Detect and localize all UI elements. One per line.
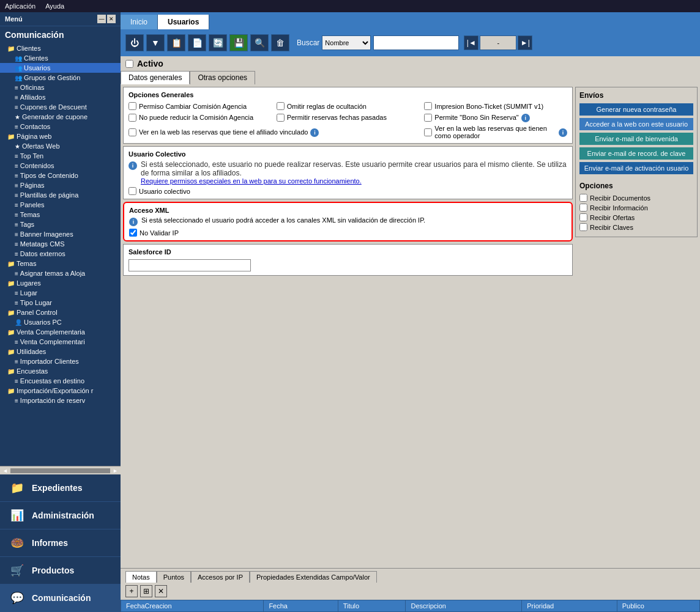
sidebar-item-encuestas-folder[interactable]: 📁 Encuestas: [0, 366, 121, 376]
sidebar-item-contenidos[interactable]: ≡ Contenidos: [0, 161, 121, 171]
folder-icon: 📁: [7, 45, 15, 52]
nav-expedientes[interactable]: 📁 Expedientes: [0, 474, 121, 502]
toolbar-filter-btn[interactable]: ▼: [146, 34, 165, 51]
cb-ver-web-operador[interactable]: [424, 128, 432, 136]
toolbar-search-btn[interactable]: 🔍: [250, 34, 269, 51]
toolbar-search-input[interactable]: [373, 35, 459, 50]
bottom-grid-btn[interactable]: ⊞: [140, 585, 152, 597]
bottom-add-btn[interactable]: +: [125, 585, 138, 597]
cb-impresion-bono[interactable]: [424, 102, 432, 110]
cb-permitir-reservas[interactable]: [277, 114, 285, 122]
cb-no-puede-reducir[interactable]: [128, 114, 136, 122]
bottom-tab-accesos-ip[interactable]: Accesos por IP: [191, 571, 250, 583]
salesforce-input[interactable]: [128, 259, 251, 271]
cb-no-validar-ip[interactable]: [129, 229, 137, 237]
sidebar-item-tipo-lugar[interactable]: ≡ Tipo Lugar: [0, 298, 121, 308]
sidebar-item-importacion-reserv[interactable]: ≡ Importación de reserv: [0, 396, 121, 405]
sidebar-item-grupos-gestion[interactable]: 👥 Grupos de Gestión: [0, 73, 121, 83]
btn-enviar-activacion[interactable]: Enviar e-mail de activación usuario: [579, 162, 693, 174]
sidebar-item-top-ten[interactable]: ≡ Top Ten: [0, 151, 121, 161]
sidebar-item-asignar-temas[interactable]: ≡ Asignar temas a Aloja: [0, 268, 121, 278]
sidebar-item-plantillas[interactable]: ≡ Plantillas de página: [0, 190, 121, 200]
toolbar-new-btn[interactable]: 📄: [188, 34, 206, 51]
menu-ayuda[interactable]: Ayuda: [45, 2, 64, 10]
cb-permiso-cambiar-label: Permiso Cambiar Comisión Agencia: [139, 103, 247, 110]
btn-generar-contrasena[interactable]: Generar nueva contraseña: [579, 103, 693, 116]
toolbar-save-btn[interactable]: 💾: [229, 34, 248, 51]
cb-recibir-informacion[interactable]: [579, 204, 587, 212]
tab-inicio[interactable]: Inicio: [121, 15, 158, 29]
tab-usuarios[interactable]: Usuarios: [158, 15, 209, 29]
sidebar-item-cupones[interactable]: ≡ Cupones de Descuent: [0, 102, 121, 112]
scroll-left-btn[interactable]: ◄: [2, 468, 8, 474]
sidebar-item-generador-cupone[interactable]: ★ Generador de cupone: [0, 112, 121, 122]
sidebar-item-clientes[interactable]: 👥 Clientes: [0, 53, 121, 63]
scrollbar-track[interactable]: [10, 468, 110, 473]
toolbar-nav-last[interactable]: ►|: [518, 35, 532, 50]
bottom-remove-btn[interactable]: ✕: [155, 585, 167, 597]
sidebar-item-importador-clientes[interactable]: ≡ Importador Clientes: [0, 356, 121, 366]
sidebar-item-paginas[interactable]: ≡ Páginas: [0, 180, 121, 190]
cb-recibir-ofertas[interactable]: [579, 213, 587, 221]
sidebar-item-ofertas-web[interactable]: ★ Ofertas Web: [0, 141, 121, 151]
cb-omitir-reglas[interactable]: [277, 102, 285, 110]
menu-aplicacion[interactable]: Aplicación: [5, 2, 35, 10]
sidebar-minimize-btn[interactable]: —: [97, 15, 106, 23]
toolbar-refresh-btn[interactable]: 🔄: [209, 34, 227, 51]
nav-informes[interactable]: 🍩 Informes: [0, 529, 121, 557]
sidebar-item-panel-control-folder[interactable]: 📁 Panel Control: [0, 308, 121, 317]
sidebar-item-metatags[interactable]: ≡ Metatags CMS: [0, 239, 121, 249]
toolbar-nav-range: -: [480, 35, 516, 50]
scroll-right-btn[interactable]: ►: [113, 468, 118, 474]
inner-tab-otras-opciones[interactable]: Otras opciones: [190, 71, 255, 84]
nav-productos[interactable]: 🛒 Productos: [0, 557, 121, 584]
sidebar-item-venta-complementari[interactable]: ≡ Venta Complementari: [0, 337, 121, 347]
bottom-tab-propiedades[interactable]: Propiedades Extendidas Campo/Valor: [250, 571, 377, 583]
sidebar-item-importacion-folder[interactable]: 📁 Importación/Exportación r: [0, 386, 121, 396]
toolbar-delete-btn[interactable]: 🗑: [271, 34, 289, 51]
col-prioridad: Prioridad: [522, 600, 617, 612]
sidebar-item-afiliados[interactable]: ≡ Afiliados: [0, 92, 121, 102]
sidebar-item-temas-folder[interactable]: 📁 Temas: [0, 259, 121, 268]
sidebar-item-temas-web[interactable]: ≡ Temas: [0, 210, 121, 219]
uc-require-link[interactable]: Requiere permisos especiales en la web p…: [141, 177, 362, 185]
cb-recibir-claves[interactable]: [579, 223, 587, 231]
sidebar-item-pagina-web-folder[interactable]: 📁 Página web: [0, 131, 121, 141]
toolbar-power-btn[interactable]: ⏻: [125, 34, 144, 51]
cb-bono-sin-reserva[interactable]: [424, 114, 432, 122]
sidebar-header: Menú — ✕: [0, 12, 121, 26]
sidebar-item-tipos-contenido[interactable]: ≡ Tipos de Contenido: [0, 171, 121, 180]
sidebar-item-lugar[interactable]: ≡ Lugar: [0, 288, 121, 298]
btn-enviar-record-clave[interactable]: Enviar e-mail de record. de clave: [579, 147, 693, 160]
btn-acceder-web[interactable]: Acceder a la web con este usuario: [579, 118, 693, 130]
col-publico: Publico: [617, 600, 699, 612]
toolbar-search-select[interactable]: Nombre: [322, 35, 371, 50]
sidebar-close-btn[interactable]: ✕: [107, 15, 116, 23]
nav-comunicacion[interactable]: 💬 Comunicación: [0, 584, 121, 612]
sidebar-item-banner[interactable]: ≡ Banner Imagenes: [0, 229, 121, 239]
sidebar-item-contactos[interactable]: ≡ Contactos: [0, 122, 121, 131]
sidebar-item-usuarios-pc[interactable]: 👤 Usuarios PC: [0, 317, 121, 327]
cb-ver-web-afiliado[interactable]: [128, 128, 136, 136]
sidebar-item-usuarios[interactable]: 👥 Usuarios: [0, 63, 121, 73]
sidebar-item-datos-externos[interactable]: ≡ Datos externos: [0, 249, 121, 259]
sidebar-item-tags[interactable]: ≡ Tags: [0, 219, 121, 229]
sidebar-item-clientes-folder[interactable]: 📁 Clientes: [0, 43, 121, 53]
sidebar-item-paneles[interactable]: ≡ Paneles: [0, 200, 121, 210]
toolbar-nav-first[interactable]: |◄: [464, 35, 478, 50]
sidebar-item-oficinas[interactable]: ≡ Oficinas: [0, 83, 121, 92]
cb-recibir-documentos[interactable]: [579, 194, 587, 202]
cb-permiso-cambiar[interactable]: [128, 102, 136, 110]
cb-usuario-colectivo[interactable]: [128, 187, 136, 195]
bottom-tab-notas[interactable]: Notas: [125, 571, 157, 583]
toolbar-copy-btn[interactable]: 📋: [167, 34, 185, 51]
bottom-tab-puntos[interactable]: Puntos: [157, 571, 191, 583]
nav-administracion[interactable]: 📊 Administración: [0, 502, 121, 529]
active-checkbox[interactable]: [125, 60, 133, 68]
inner-tab-datos-generales[interactable]: Datos generales: [121, 71, 190, 84]
sidebar-item-encuestas-destino[interactable]: ≡ Encuestas en destino: [0, 376, 121, 386]
sidebar-item-venta-complementaria-folder[interactable]: 📁 Venta Complementaria: [0, 327, 121, 337]
btn-enviar-bienvenida[interactable]: Enviar e-mail de bienvenida: [579, 133, 693, 145]
sidebar-item-lugares-folder[interactable]: 📁 Lugares: [0, 278, 121, 288]
sidebar-item-utilidades-folder[interactable]: 📁 Utilidades: [0, 347, 121, 356]
